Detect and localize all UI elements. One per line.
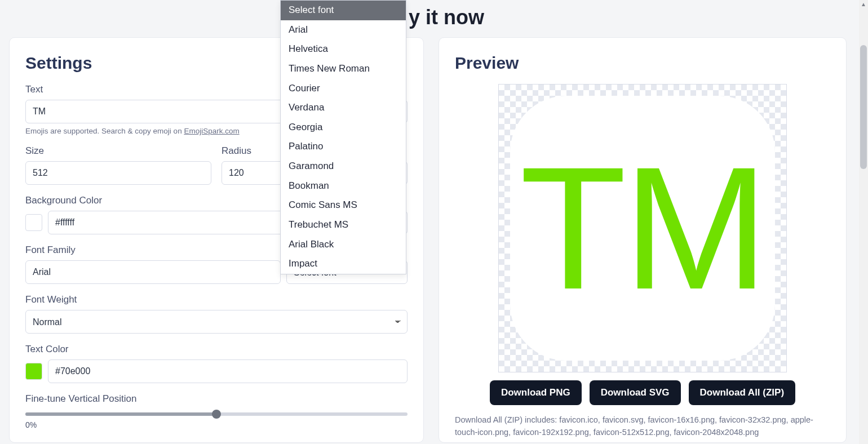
font-option-trebuchet-ms[interactable]: Trebuchet MS — [281, 215, 406, 235]
text-color-swatch[interactable] — [25, 363, 42, 380]
font-option-select-font[interactable]: Select font — [281, 1, 406, 20]
emoji-hint-text: Emojis are supported. Search & copy emoj… — [25, 127, 184, 135]
font-option-arial[interactable]: Arial — [281, 20, 406, 40]
font-option-impact[interactable]: Impact — [281, 254, 406, 274]
preview-heading: Preview — [455, 54, 830, 73]
finetune-value: 0% — [25, 420, 408, 429]
font-option-helvetica[interactable]: Helvetica — [281, 39, 406, 59]
font-weight-label: Font Weight — [25, 294, 408, 305]
download-zip-button[interactable]: Download All (ZIP) — [689, 380, 796, 405]
font-option-garamond[interactable]: Garamond — [281, 157, 406, 176]
preview-frame: TM — [498, 84, 787, 372]
text-color-input[interactable] — [48, 359, 408, 383]
scroll-up-icon[interactable]: ▲ — [861, 1, 866, 7]
size-input[interactable] — [25, 161, 211, 185]
font-option-times-new-roman[interactable]: Times New Roman — [281, 59, 406, 79]
font-family-input[interactable] — [25, 260, 281, 284]
favicon-text: TM — [520, 141, 765, 316]
preview-panel: Preview TM Download PNG Download SVG Dow… — [439, 37, 847, 443]
zip-caption: Download All (ZIP) includes: favicon.ico… — [455, 414, 830, 439]
bg-color-swatch[interactable] — [25, 214, 42, 231]
slider-thumb[interactable] — [212, 410, 221, 419]
slider-fill — [25, 412, 216, 416]
font-option-comic-sans-ms[interactable]: Comic Sans MS — [281, 196, 406, 215]
font-option-bookman[interactable]: Bookman — [281, 176, 406, 196]
text-color-label: Text Color — [25, 344, 408, 355]
favicon-surface: TM — [510, 96, 775, 361]
font-option-courier[interactable]: Courier — [281, 79, 406, 99]
page-title-fragment: y it now — [409, 6, 484, 29]
download-png-button[interactable]: Download PNG — [490, 380, 582, 405]
download-svg-button[interactable]: Download SVG — [590, 380, 681, 405]
font-option-arial-black[interactable]: Arial Black — [281, 235, 406, 255]
finetune-label: Fine-tune Vertical Position — [25, 393, 408, 405]
font-weight-select[interactable]: Normal — [25, 310, 408, 334]
size-label: Size — [25, 145, 211, 157]
emoji-link[interactable]: EmojiSpark.com — [184, 127, 239, 135]
font-dropdown-list[interactable]: Select font Arial Helvetica Times New Ro… — [280, 0, 406, 274]
font-option-georgia[interactable]: Georgia — [281, 118, 406, 137]
page-scrollbar[interactable]: ▲ — [859, 0, 868, 444]
font-option-verdana[interactable]: Verdana — [281, 98, 406, 118]
font-option-palatino[interactable]: Palatino — [281, 137, 406, 157]
scrollbar-thumb[interactable] — [860, 45, 867, 169]
vertical-position-slider[interactable] — [25, 412, 408, 416]
